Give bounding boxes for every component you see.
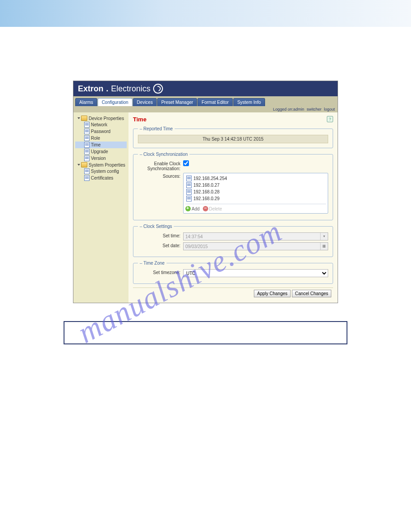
doc-icon: [186, 196, 192, 202]
tz-legend: Time Zone: [143, 261, 164, 266]
timezone-group: – Time Zone Set timezone: UTC: [133, 261, 333, 284]
apply-button[interactable]: Apply Changes: [254, 290, 291, 297]
sidebar-time[interactable]: Time: [75, 142, 127, 148]
calendar-icon[interactable]: ▦: [320, 243, 328, 250]
source-item[interactable]: 192.168.0.29: [185, 195, 326, 202]
doc-icon: [84, 135, 90, 141]
folder-icon: [81, 162, 87, 167]
expand-icon: [77, 164, 80, 166]
clock-settings-group: – Clock Settings Set time: ▾ Set date: ▦: [133, 224, 333, 257]
sidebar: Device Properties Network Password Role …: [73, 112, 128, 303]
reported-legend: Reported Time: [143, 126, 173, 131]
add-source-button[interactable]: Add: [192, 206, 200, 211]
sidebar-upgrade[interactable]: Upgrade: [75, 148, 127, 155]
settings-legend: Clock Settings: [143, 224, 172, 229]
sidebar-device-properties[interactable]: Device Properties: [75, 115, 127, 121]
doc-icon: [84, 175, 90, 181]
timezone-select[interactable]: UTC: [183, 269, 328, 277]
enable-sync-checkbox[interactable]: [183, 160, 189, 166]
doc-icon: [84, 155, 90, 161]
source-item[interactable]: 192.168.254.254: [185, 175, 326, 182]
enable-sync-label: Enable Clock Synchronization:: [138, 160, 183, 171]
sidebar-certificates[interactable]: Certificates: [75, 175, 127, 181]
add-icon[interactable]: [185, 206, 191, 211]
note-box: [64, 321, 347, 344]
sidebar-role[interactable]: Role: [75, 135, 127, 142]
set-time-input[interactable]: [183, 232, 328, 240]
main-panel: ? Time – Reported Time Thu Sep 3 14:42:1…: [128, 112, 338, 303]
sidebar-network[interactable]: Network: [75, 121, 127, 128]
sources-list: 192.168.254.254 192.168.0.27 192.168.0.2…: [183, 173, 328, 214]
doc-icon: [84, 129, 90, 134]
sidebar-system-properties[interactable]: System Properties: [75, 162, 127, 168]
webui-window: Extron. Electronics Alarms Configuration…: [73, 81, 338, 303]
time-spinner-icon[interactable]: ▾: [320, 233, 328, 240]
reported-time-group: – Reported Time Thu Sep 3 14:42:18 UTC 2…: [133, 126, 333, 148]
page-title: Time: [133, 116, 333, 123]
switcher-link[interactable]: switcher: [307, 107, 321, 112]
delete-icon: [203, 206, 208, 211]
set-date-label: Set date:: [138, 242, 183, 248]
sidebar-password[interactable]: Password: [75, 128, 127, 135]
reported-time-value: Thu Sep 3 14:42:18 UTC 2015: [138, 135, 328, 143]
sidebar-system-config[interactable]: System config: [75, 168, 127, 175]
sync-legend: Clock Synchronization: [143, 152, 188, 157]
tab-devices[interactable]: Devices: [133, 98, 157, 106]
doc-icon: [84, 142, 90, 148]
doc-icon: [84, 168, 90, 174]
folder-icon: [81, 116, 87, 121]
tab-alarms[interactable]: Alarms: [75, 98, 97, 106]
sources-label: Sources:: [138, 173, 183, 179]
logout-link[interactable]: logout: [324, 107, 335, 112]
expand-icon: [77, 117, 80, 119]
source-item[interactable]: 192.168.0.27: [185, 182, 326, 189]
logged-on-label: Logged on:: [273, 107, 293, 112]
brand-part2: Electronics: [111, 84, 150, 94]
tab-bar: Alarms Configuration Devices Preset Mana…: [73, 96, 338, 106]
doc-icon: [186, 176, 192, 181]
tab-format-editor[interactable]: Format Editor: [197, 98, 233, 106]
button-bar: Apply Changes Cancel Changes: [133, 287, 333, 299]
doc-icon: [84, 122, 90, 128]
user-bar: Logged on:admin switcher logout: [73, 106, 338, 112]
brand-logo-icon: [153, 84, 163, 94]
tab-system-info[interactable]: System Info: [233, 98, 265, 106]
brand-part1: Extron: [78, 84, 103, 94]
source-item[interactable]: 192.168.0.28: [185, 189, 326, 195]
top-gradient-bar: [0, 0, 411, 27]
source-actions: Add Delete: [185, 204, 326, 211]
set-timezone-label: Set timezone:: [138, 269, 183, 275]
tab-preset-manager[interactable]: Preset Manager: [157, 98, 197, 106]
sidebar-version[interactable]: Version: [75, 155, 127, 162]
clock-sync-group: – Clock Synchronization Enable Clock Syn…: [133, 152, 333, 220]
doc-icon: [186, 182, 192, 188]
set-date-input[interactable]: [183, 242, 328, 250]
doc-icon: [186, 189, 192, 195]
tab-configuration[interactable]: Configuration: [98, 98, 132, 106]
doc-icon: [84, 149, 90, 154]
set-time-label: Set time:: [138, 232, 183, 238]
cancel-button[interactable]: Cancel Changes: [292, 290, 331, 297]
brand-bar: Extron. Electronics: [73, 81, 338, 96]
help-icon[interactable]: ?: [327, 116, 333, 122]
delete-source-button: Delete: [209, 206, 222, 211]
user-name: admin: [293, 107, 304, 112]
